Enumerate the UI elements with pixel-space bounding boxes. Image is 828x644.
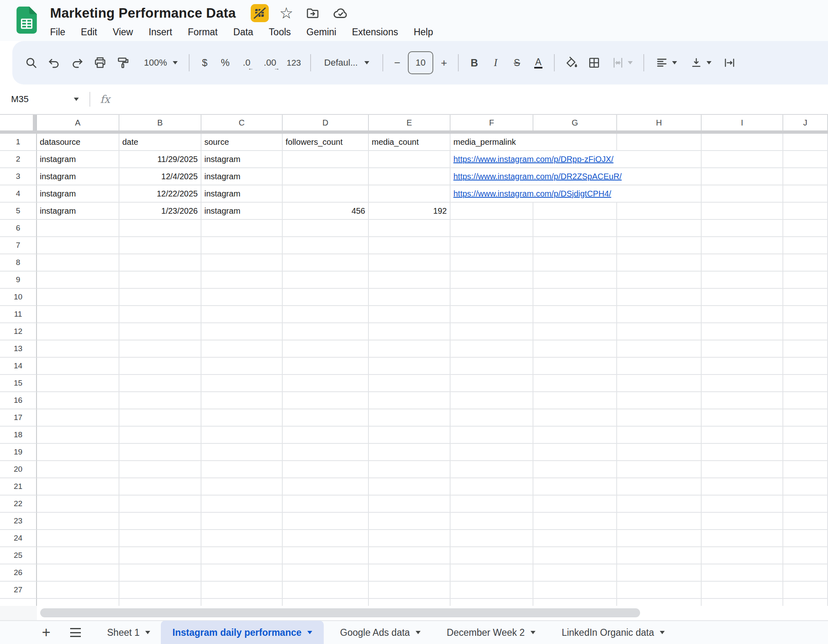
cell[interactable] bbox=[283, 461, 369, 478]
fill-color-button[interactable] bbox=[560, 51, 583, 75]
cell[interactable] bbox=[201, 289, 283, 306]
cell[interactable] bbox=[201, 340, 283, 358]
cell[interactable] bbox=[37, 323, 119, 340]
cell[interactable] bbox=[783, 272, 828, 289]
cell[interactable] bbox=[283, 237, 369, 254]
undo-button[interactable] bbox=[43, 51, 66, 75]
column-header-d[interactable]: D bbox=[283, 115, 369, 130]
tab-december-week-2[interactable]: December Week 2 bbox=[447, 627, 535, 638]
cell[interactable] bbox=[783, 547, 828, 564]
cell[interactable] bbox=[283, 582, 369, 599]
cell[interactable] bbox=[702, 427, 783, 444]
cell[interactable] bbox=[283, 168, 369, 185]
cell[interactable] bbox=[201, 392, 283, 409]
cell[interactable] bbox=[119, 323, 201, 340]
column-header-g[interactable]: G bbox=[533, 115, 617, 130]
cell[interactable] bbox=[201, 496, 283, 513]
cell[interactable] bbox=[201, 582, 283, 599]
cell[interactable] bbox=[617, 358, 702, 375]
cell[interactable]: media_permalink bbox=[451, 134, 617, 151]
cell[interactable] bbox=[37, 582, 119, 599]
cell-link[interactable]: https://www.instagram.com/p/DRpp-zFiOJX/ bbox=[453, 155, 613, 164]
menu-tools[interactable]: Tools bbox=[261, 27, 299, 38]
cell[interactable] bbox=[783, 392, 828, 409]
cell[interactable] bbox=[783, 254, 828, 272]
column-header-e[interactable]: E bbox=[369, 115, 451, 130]
select-all-corner[interactable] bbox=[0, 115, 37, 130]
row-header[interactable]: 25 bbox=[0, 547, 37, 564]
cell[interactable] bbox=[369, 151, 451, 168]
cell[interactable] bbox=[283, 444, 369, 461]
horizontal-scrollbar[interactable] bbox=[40, 608, 640, 617]
cell[interactable] bbox=[283, 323, 369, 340]
cell[interactable] bbox=[451, 409, 533, 427]
menu-edit[interactable]: Edit bbox=[73, 27, 105, 38]
cell[interactable] bbox=[451, 478, 533, 496]
cell[interactable] bbox=[369, 427, 451, 444]
text-wrap-button[interactable] bbox=[718, 51, 741, 75]
cell[interactable] bbox=[533, 409, 617, 427]
paint-format-button[interactable] bbox=[112, 51, 135, 75]
cell[interactable] bbox=[283, 358, 369, 375]
cell[interactable] bbox=[369, 375, 451, 392]
cell[interactable] bbox=[702, 289, 783, 306]
cell[interactable] bbox=[617, 375, 702, 392]
row-header[interactable] bbox=[0, 599, 37, 606]
cell[interactable]: 1/23/2026 bbox=[119, 203, 201, 220]
cell[interactable] bbox=[283, 409, 369, 427]
sheets-logo[interactable] bbox=[16, 7, 37, 34]
cell[interactable] bbox=[119, 513, 201, 530]
cell[interactable] bbox=[451, 340, 533, 358]
cell[interactable] bbox=[119, 375, 201, 392]
cell[interactable] bbox=[37, 392, 119, 409]
cell[interactable]: followers_count bbox=[283, 134, 369, 151]
cell[interactable] bbox=[533, 530, 617, 547]
column-header-a[interactable]: A bbox=[37, 115, 119, 130]
cell[interactable] bbox=[369, 564, 451, 582]
row-header[interactable]: 5 bbox=[0, 203, 37, 220]
cell[interactable] bbox=[37, 564, 119, 582]
cell[interactable] bbox=[617, 272, 702, 289]
cell[interactable] bbox=[451, 427, 533, 444]
cell[interactable] bbox=[119, 220, 201, 237]
cell[interactable] bbox=[283, 599, 369, 606]
cell[interactable] bbox=[37, 306, 119, 323]
cell[interactable] bbox=[37, 444, 119, 461]
cell[interactable]: instagram bbox=[37, 151, 119, 168]
cell[interactable] bbox=[119, 237, 201, 254]
column-header-h[interactable]: H bbox=[617, 115, 702, 130]
cell[interactable] bbox=[617, 323, 702, 340]
cell[interactable] bbox=[617, 444, 702, 461]
cell[interactable] bbox=[783, 530, 828, 547]
cell[interactable] bbox=[533, 461, 617, 478]
cell[interactable] bbox=[283, 496, 369, 513]
text-color-button[interactable]: A bbox=[528, 51, 549, 75]
cell[interactable] bbox=[369, 168, 451, 185]
cell[interactable] bbox=[201, 254, 283, 272]
cell[interactable] bbox=[201, 306, 283, 323]
merge-cells-button[interactable] bbox=[606, 51, 638, 75]
cell[interactable] bbox=[617, 547, 702, 564]
star-icon[interactable]: ☆ bbox=[279, 5, 293, 21]
cell[interactable] bbox=[369, 444, 451, 461]
format-percent-button[interactable]: % bbox=[215, 51, 236, 75]
menu-format[interactable]: Format bbox=[180, 27, 226, 38]
cell[interactable] bbox=[783, 237, 828, 254]
menu-gemini[interactable]: Gemini bbox=[299, 27, 344, 38]
cell[interactable] bbox=[283, 185, 369, 203]
cell[interactable] bbox=[533, 478, 617, 496]
cell[interactable] bbox=[702, 203, 783, 220]
move-folder-icon[interactable] bbox=[305, 6, 320, 20]
cell[interactable] bbox=[702, 461, 783, 478]
cell[interactable] bbox=[283, 151, 369, 168]
row-header[interactable]: 6 bbox=[0, 220, 37, 237]
cell[interactable] bbox=[783, 427, 828, 444]
cell[interactable] bbox=[283, 513, 369, 530]
cell[interactable] bbox=[201, 237, 283, 254]
cell[interactable] bbox=[37, 220, 119, 237]
cell-link[interactable]: https://www.instagram.com/p/DR2ZSpACEuR/ bbox=[453, 172, 622, 181]
cell[interactable] bbox=[533, 599, 617, 606]
cell[interactable] bbox=[283, 272, 369, 289]
cell[interactable] bbox=[533, 582, 617, 599]
cell[interactable] bbox=[702, 547, 783, 564]
